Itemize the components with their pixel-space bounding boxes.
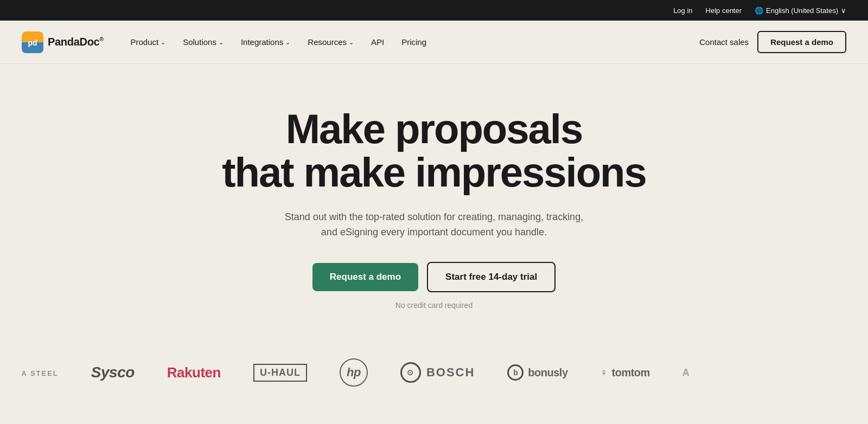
request-demo-nav-button[interactable]: Request a demo [757,31,846,53]
login-link[interactable]: Log in [673,7,692,15]
logo-bosch: ⊙ BOSCH [400,362,475,383]
logo-sysco: Sysco [91,364,135,381]
resources-chevron: ⌄ [349,39,354,46]
hero-section: Make proposals that make impressions Sta… [0,64,868,342]
logo-uhaul: U-HAUL [253,364,307,382]
logo-hp: hp [340,358,368,387]
topbar: Log in Help center 🌐 English (United Sta… [0,0,868,21]
nav-right: Contact sales Request a demo [699,31,846,53]
nav-solutions[interactable]: Solutions ⌄ [175,33,231,51]
product-chevron: ⌄ [161,39,165,46]
hero-note: No credit card required [395,301,473,310]
nav-links: Product ⌄ Solutions ⌄ Integrations ⌄ Res… [123,33,699,51]
logo-rakuten: Rakuten [167,364,221,381]
hero-title-line1: Make proposals [286,106,582,152]
hero-subtitle: Stand out with the top-rated solution fo… [282,209,586,241]
logo-ata-steel: ATA STEEL [22,367,59,378]
help-center-link[interactable]: Help center [706,7,742,15]
integrations-chevron: ⌄ [285,39,290,46]
logo-tomtom: ♀ tomtom [601,367,650,379]
globe-icon: 🌐 [755,7,763,15]
logo-text: PandaDoc® [48,36,103,48]
language-selector[interactable]: 🌐 English (United States) ∨ [755,7,846,15]
nav-integrations[interactable]: Integrations ⌄ [233,33,298,51]
logo-link[interactable]: pd PandaDoc® [22,31,103,53]
language-label: English (United States) [766,7,838,15]
hero-request-demo-button[interactable]: Request a demo [312,263,418,291]
solutions-chevron: ⌄ [219,39,224,46]
nav-product[interactable]: Product ⌄ [123,33,173,51]
contact-sales-link[interactable]: Contact sales [699,37,749,47]
navbar: pd PandaDoc® Product ⌄ Solutions ⌄ Integ… [0,21,868,64]
nav-api[interactable]: API [363,33,392,51]
hero-cta: Request a demo Start free 14-day trial [312,262,556,292]
nav-resources[interactable]: Resources ⌄ [300,33,361,51]
language-chevron: ∨ [841,7,846,15]
nav-pricing[interactable]: Pricing [394,33,434,51]
hero-free-trial-button[interactable]: Start free 14-day trial [427,262,556,292]
logos-row: ATA STEEL Sysco Rakuten U-HAUL hp ⊙ BOSC… [22,358,846,387]
svg-text:pd: pd [28,38,37,47]
logo-icon: pd [22,31,43,53]
hero-title-line2: that make impressions [222,149,646,195]
hero-title: Make proposals that make impressions [222,107,646,194]
logos-section: ATA STEEL Sysco Rakuten U-HAUL hp ⊙ BOSC… [0,342,868,408]
logo-bonusly: b bonusly [507,364,567,381]
logo-partial-right: A [682,367,690,378]
